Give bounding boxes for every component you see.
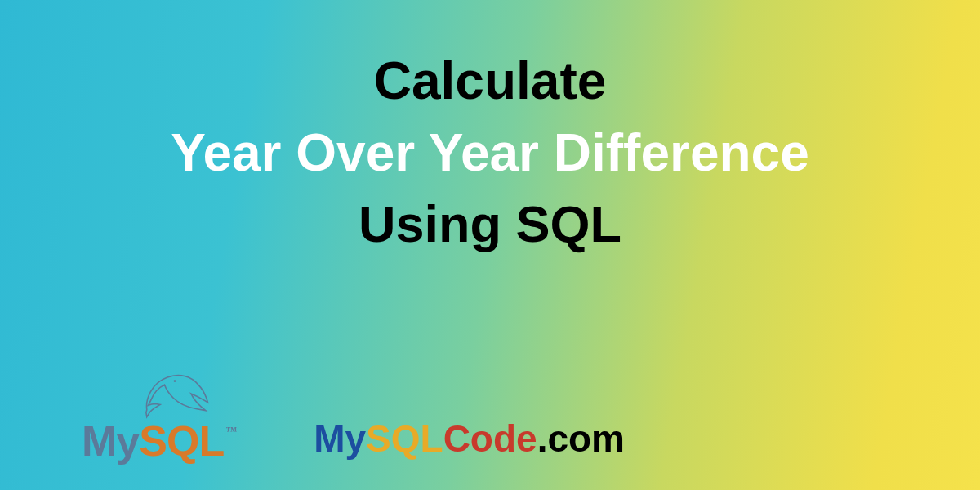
title-line-1: Calculate [0, 51, 980, 111]
mysql-logo-sql: SQL [139, 417, 224, 465]
footer-logos: MySQL™ MySQLCode.com [0, 364, 980, 466]
site-logo-dot: . [537, 417, 548, 460]
main-title-block: Calculate Year Over Year Difference Usin… [0, 51, 980, 253]
site-logo-my: My [314, 417, 366, 460]
title-line-3: Using SQL [0, 194, 980, 253]
mysql-logo: MySQL™ [82, 364, 236, 466]
mysql-logo-text: MySQL™ [82, 416, 236, 466]
mysql-logo-tm: ™ [225, 425, 236, 437]
site-logo-code: Code [443, 417, 537, 460]
site-logo: MySQLCode.com [314, 416, 625, 466]
mysql-logo-my: My [82, 417, 139, 465]
site-logo-com: com [547, 417, 625, 460]
site-logo-sql: SQL [366, 417, 443, 460]
svg-point-0 [173, 380, 176, 382]
mysql-dolphin-icon [138, 364, 212, 421]
title-line-2: Year Over Year Difference [0, 122, 980, 183]
